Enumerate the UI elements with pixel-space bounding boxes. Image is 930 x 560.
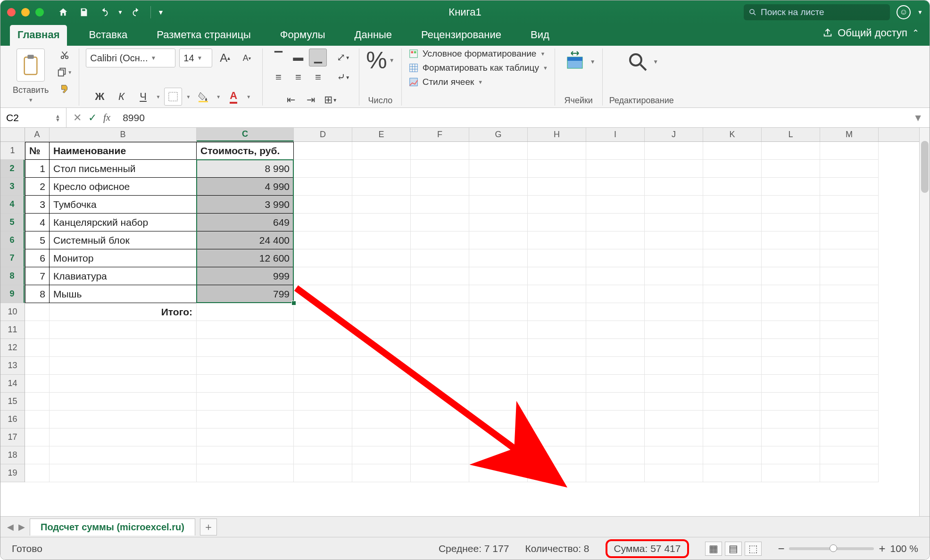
cell[interactable] xyxy=(762,428,820,446)
cell[interactable] xyxy=(469,339,528,357)
fill-color-button[interactable] xyxy=(194,88,212,106)
cell[interactable]: 12 600 xyxy=(197,249,294,267)
cell[interactable] xyxy=(411,267,469,285)
tab-view[interactable]: Вид xyxy=(523,25,557,46)
col-L[interactable]: L xyxy=(762,128,820,141)
cell[interactable] xyxy=(703,446,762,464)
cell[interactable] xyxy=(352,303,411,321)
row-15[interactable]: 15 xyxy=(0,393,25,411)
cell[interactable] xyxy=(703,393,762,411)
align-left-icon[interactable]: ≡ xyxy=(269,68,287,86)
cell[interactable] xyxy=(820,231,879,249)
cell[interactable]: № xyxy=(25,142,50,160)
accept-formula-icon[interactable]: ✓ xyxy=(88,112,97,124)
cut-icon[interactable] xyxy=(57,49,72,62)
selection-handle[interactable] xyxy=(291,301,296,305)
cell[interactable] xyxy=(352,393,411,411)
cell[interactable] xyxy=(469,285,528,303)
cell[interactable] xyxy=(762,285,820,303)
cell[interactable] xyxy=(352,214,411,231)
row-17[interactable]: 17 xyxy=(0,428,25,446)
cell[interactable] xyxy=(528,160,586,178)
col-I[interactable]: I xyxy=(586,128,645,141)
cell[interactable] xyxy=(703,231,762,249)
cell[interactable] xyxy=(411,321,469,339)
cell[interactable] xyxy=(586,428,645,446)
cell[interactable] xyxy=(820,464,879,482)
cell[interactable] xyxy=(703,142,762,160)
tab-page-layout[interactable]: Разметка страницы xyxy=(149,25,258,46)
cell[interactable] xyxy=(820,303,879,321)
row-9[interactable]: 9 xyxy=(0,285,25,303)
cell[interactable] xyxy=(352,321,411,339)
vertical-scrollbar[interactable] xyxy=(919,128,930,516)
cancel-formula-icon[interactable]: ✕ xyxy=(73,112,82,124)
cell[interactable] xyxy=(703,303,762,321)
cell-styles-button[interactable]: Стили ячеек▼ xyxy=(408,77,548,87)
cell[interactable] xyxy=(411,214,469,231)
cell[interactable]: Клавиатура xyxy=(50,267,197,285)
cell[interactable] xyxy=(25,446,50,464)
cell[interactable] xyxy=(528,231,586,249)
cell[interactable] xyxy=(586,357,645,375)
cell[interactable] xyxy=(703,357,762,375)
cell[interactable] xyxy=(645,375,703,393)
cell[interactable] xyxy=(469,178,528,196)
cell[interactable] xyxy=(762,196,820,214)
cell[interactable] xyxy=(703,178,762,196)
cell[interactable] xyxy=(197,375,294,393)
row-6[interactable]: 6 xyxy=(0,231,25,249)
cell[interactable] xyxy=(528,285,586,303)
cell[interactable] xyxy=(528,249,586,267)
cell[interactable] xyxy=(586,142,645,160)
cell[interactable] xyxy=(294,214,352,231)
align-middle-icon[interactable]: ▬ xyxy=(289,49,307,66)
cell[interactable] xyxy=(703,214,762,231)
cell[interactable] xyxy=(294,339,352,357)
cell[interactable] xyxy=(25,339,50,357)
row-2[interactable]: 2 xyxy=(0,160,25,178)
cell[interactable] xyxy=(586,303,645,321)
cell[interactable]: 8 xyxy=(25,285,50,303)
cell[interactable] xyxy=(197,357,294,375)
cell[interactable] xyxy=(352,267,411,285)
cell[interactable] xyxy=(411,160,469,178)
cell[interactable] xyxy=(25,321,50,339)
cell[interactable] xyxy=(469,446,528,464)
cell[interactable]: Стоимость, руб. xyxy=(197,142,294,160)
share-button[interactable]: Общий доступ ⌃ xyxy=(822,27,919,39)
cell[interactable] xyxy=(820,411,879,428)
cell[interactable] xyxy=(469,321,528,339)
cell[interactable]: Канцелярский набор xyxy=(50,214,197,231)
cell[interactable] xyxy=(586,411,645,428)
cell[interactable] xyxy=(352,339,411,357)
zoom-in-button[interactable]: + xyxy=(879,542,885,555)
cell[interactable] xyxy=(50,375,197,393)
cell[interactable]: Тумбочка xyxy=(50,196,197,214)
cell[interactable] xyxy=(820,375,879,393)
cell[interactable] xyxy=(25,303,50,321)
cell[interactable] xyxy=(586,285,645,303)
cell[interactable] xyxy=(50,464,197,482)
cell[interactable] xyxy=(645,464,703,482)
cell[interactable] xyxy=(820,393,879,411)
row-5[interactable]: 5 xyxy=(0,214,25,231)
cell[interactable] xyxy=(294,142,352,160)
cell[interactable]: 24 400 xyxy=(197,231,294,249)
fx-icon[interactable]: fx xyxy=(103,112,110,124)
align-center-icon[interactable]: ≡ xyxy=(289,68,307,86)
cell[interactable] xyxy=(352,411,411,428)
cell[interactable] xyxy=(820,267,879,285)
redo-icon[interactable] xyxy=(128,4,144,20)
cell[interactable] xyxy=(820,178,879,196)
cell[interactable] xyxy=(820,321,879,339)
name-box[interactable]: C2 ▲▼ xyxy=(0,108,66,127)
cell[interactable] xyxy=(528,196,586,214)
cell[interactable] xyxy=(703,339,762,357)
row-12[interactable]: 12 xyxy=(0,339,25,357)
cell[interactable] xyxy=(528,142,586,160)
cell[interactable] xyxy=(352,178,411,196)
cell[interactable] xyxy=(586,339,645,357)
cell[interactable] xyxy=(762,231,820,249)
cell[interactable] xyxy=(25,428,50,446)
